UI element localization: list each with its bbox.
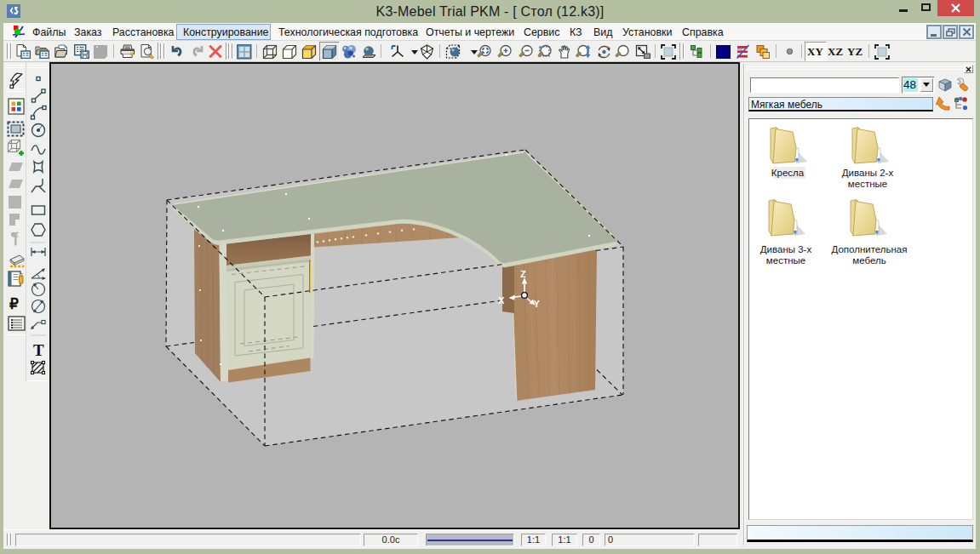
svg-text:Y: Y [534,299,541,309]
svg-text:Z: Z [520,269,526,279]
svg-text:T: T [33,341,44,359]
svg-text:X: X [498,295,505,306]
